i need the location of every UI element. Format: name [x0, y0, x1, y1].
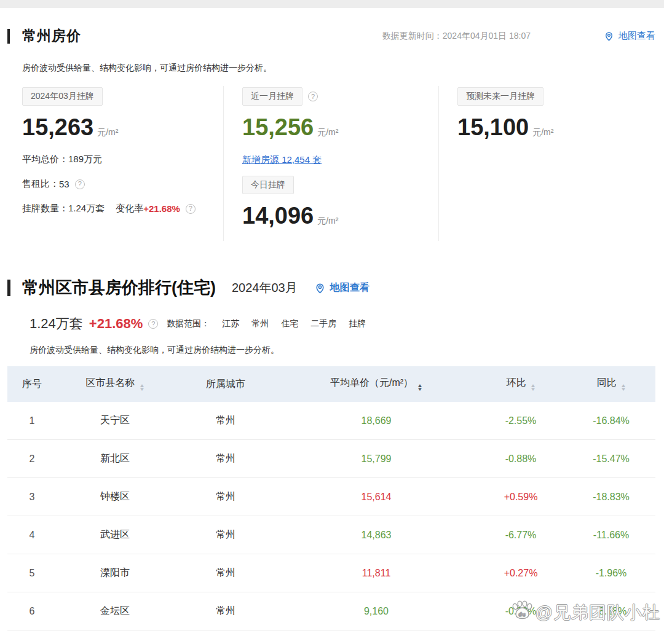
- table-row: 4 武进区 常州 14,863 -6.77% -11.66%: [7, 516, 655, 554]
- month-listing-price-value: 15,263: [22, 114, 93, 140]
- map-pin-icon: [314, 281, 326, 294]
- ranking-stats-row: 1.24万套 +21.68% ? 数据范围： 江苏 常州 住宅 二手房 挂牌: [30, 315, 655, 333]
- header-mom-label: 环比: [507, 377, 526, 388]
- table-row: 5 溧阳市 常州 11,811 +0.27% -1.96%: [7, 554, 655, 592]
- ranking-date: 2024年03月: [232, 280, 298, 296]
- card-month-listing: 2024年03月挂牌 15,263元/m² 平均总价：189万元 售租比：53?…: [22, 86, 223, 241]
- cell-yoy: -11.66%: [567, 530, 655, 541]
- card-recent-month: 近一月挂牌? 15,256元/m² 新增房源 12,454 套 今日挂牌 14,…: [223, 86, 438, 241]
- cell-district: 溧阳市: [57, 567, 173, 579]
- forecast-tag: 预测未来一月挂牌: [457, 87, 543, 106]
- listing-count-row: 挂牌数量：1.24万套变化率+21.68%?: [22, 203, 223, 214]
- scope-item-province[interactable]: 江苏: [222, 318, 239, 329]
- cell-price: 15,614: [278, 492, 475, 503]
- listing-count-value: 1.24万套: [68, 203, 105, 214]
- cell-mom: -2.55%: [475, 415, 567, 426]
- sort-icon[interactable]: ▲▼: [140, 384, 144, 391]
- update-time-value: 2024年04月01日 18:07: [443, 31, 531, 41]
- update-time: 数据更新时间：2024年04月01日 18:07: [382, 31, 531, 42]
- sort-icon[interactable]: ▲▼: [531, 384, 536, 391]
- cell-rank: 6: [7, 606, 57, 617]
- scope-item-status[interactable]: 挂牌: [349, 318, 366, 329]
- table-row: 1 天宁区 常州 18,669 -2.55% -16.84%: [7, 402, 655, 440]
- price-unit: 元/m²: [532, 127, 553, 137]
- cell-mom: -0.33%: [475, 606, 567, 617]
- new-listings-link[interactable]: 新增房源 12,454 套: [242, 154, 322, 166]
- cell-city: 常州: [173, 490, 278, 503]
- cell-district: 天宁区: [57, 414, 173, 427]
- cell-mom: -0.88%: [475, 454, 567, 465]
- cell-yoy: -1.96%: [567, 568, 655, 579]
- cell-yoy: -16.84%: [567, 415, 655, 426]
- recent-month-price-value: 15,256: [242, 114, 314, 140]
- map-view-label: 地图查看: [330, 281, 370, 294]
- cell-mom: +0.59%: [475, 492, 567, 503]
- price-unit: 元/m²: [317, 127, 338, 137]
- header-district-sortable[interactable]: 区市县名称▲▼: [57, 377, 173, 391]
- header-city: 所属城市: [173, 378, 278, 391]
- cell-city: 常州: [173, 528, 278, 541]
- card-forecast: 预测未来一月挂牌 15,100元/m²: [438, 86, 655, 241]
- help-icon[interactable]: ?: [308, 92, 318, 101]
- avg-total-value: 189万元: [68, 154, 102, 165]
- table-row: 2 新北区 常州 15,799 -0.88% -15.47%: [7, 440, 655, 478]
- change-rate-value: +21.68%: [143, 203, 180, 214]
- cell-price: 15,799: [278, 454, 475, 465]
- sort-icon[interactable]: ▲▼: [621, 384, 626, 391]
- table-header-row: 序号 区市县名称▲▼ 所属城市 平均单价（元/m²）▲▼ 环比▲▼ 同比▲▼: [7, 366, 655, 402]
- cell-price: 14,863: [278, 530, 475, 541]
- cell-mom: -6.77%: [475, 530, 567, 541]
- recent-month-tag: 近一月挂牌: [242, 87, 302, 106]
- section-city-price: 常州房价 数据更新时间：2024年04月01日 18:07 地图查看 房价波动受…: [0, 26, 664, 241]
- cell-yoy: -15.47%: [567, 454, 655, 465]
- cell-rank: 2: [7, 454, 57, 465]
- cell-city: 常州: [173, 605, 278, 618]
- today-listing-tag: 今日挂牌: [242, 176, 294, 194]
- cell-district: 武进区: [57, 528, 173, 541]
- section1-header: 常州房价 数据更新时间：2024年04月01日 18:07 地图查看: [7, 26, 655, 45]
- total-listings: 1.24万套: [30, 315, 83, 333]
- cell-city: 常州: [173, 567, 278, 579]
- scope-label: 数据范围：: [167, 318, 210, 329]
- month-listing-price: 15,263元/m²: [22, 114, 223, 141]
- today-price-value: 14,096: [242, 203, 314, 229]
- stat-cards: 2024年03月挂牌 15,263元/m² 平均总价：189万元 售租比：53?…: [22, 86, 655, 241]
- district-price-table: 序号 区市县名称▲▼ 所属城市 平均单价（元/m²）▲▼ 环比▲▼ 同比▲▼ 1…: [7, 366, 655, 630]
- avg-total-label: 平均总价：: [22, 154, 68, 165]
- change-rate-label: 变化率: [116, 203, 143, 214]
- cell-price: 18,669: [278, 415, 475, 426]
- scope-item-market[interactable]: 二手房: [310, 318, 336, 329]
- cell-rank: 5: [7, 568, 57, 579]
- header-price-sortable[interactable]: 平均单价（元/m²）▲▼: [278, 377, 475, 391]
- sort-icon-active[interactable]: ▲▼: [417, 384, 422, 391]
- cell-rank: 4: [7, 530, 57, 541]
- price-unit: 元/m²: [317, 216, 338, 226]
- cell-city: 常州: [173, 452, 278, 465]
- header-yoy-sortable[interactable]: 同比▲▼: [567, 377, 655, 391]
- header-price-label: 平均单价（元/m²）: [330, 377, 413, 388]
- today-price: 14,096元/m²: [242, 203, 438, 229]
- update-time-label: 数据更新时间：: [382, 31, 443, 41]
- page-title: 常州房价: [22, 26, 81, 45]
- cell-district: 新北区: [57, 452, 173, 465]
- table-row: 6 金坛区 常州 9,160 -0.33% -8.18%: [7, 592, 655, 630]
- cell-price: 11,811: [278, 568, 475, 579]
- help-icon[interactable]: ?: [75, 179, 85, 189]
- map-view-link[interactable]: 地图查看: [314, 281, 370, 294]
- map-view-link[interactable]: 地图查看: [603, 30, 655, 42]
- table-row: 3 钟楼区 常州 15,614 +0.59% -18.83%: [7, 478, 655, 516]
- scope-item-city[interactable]: 常州: [251, 318, 269, 329]
- help-icon[interactable]: ?: [148, 319, 158, 329]
- recent-month-price: 15,256元/m²: [242, 114, 438, 141]
- section-district-ranking: 常州区市县房价排行(住宅) 2024年03月 地图查看 1.24万套 +21.6…: [0, 277, 664, 630]
- title-bar-accent: [7, 29, 10, 44]
- top-strip: [0, 0, 664, 8]
- title-bar-accent: [7, 280, 10, 296]
- cell-price: 9,160: [278, 606, 475, 617]
- header-mom-sortable[interactable]: 环比▲▼: [475, 377, 567, 391]
- scope-item-type[interactable]: 住宅: [281, 318, 298, 329]
- map-pin-icon: [603, 30, 615, 42]
- listing-count-label: 挂牌数量：: [22, 203, 68, 214]
- avg-total-row: 平均总价：189万元: [22, 154, 223, 165]
- help-icon[interactable]: ?: [186, 204, 196, 214]
